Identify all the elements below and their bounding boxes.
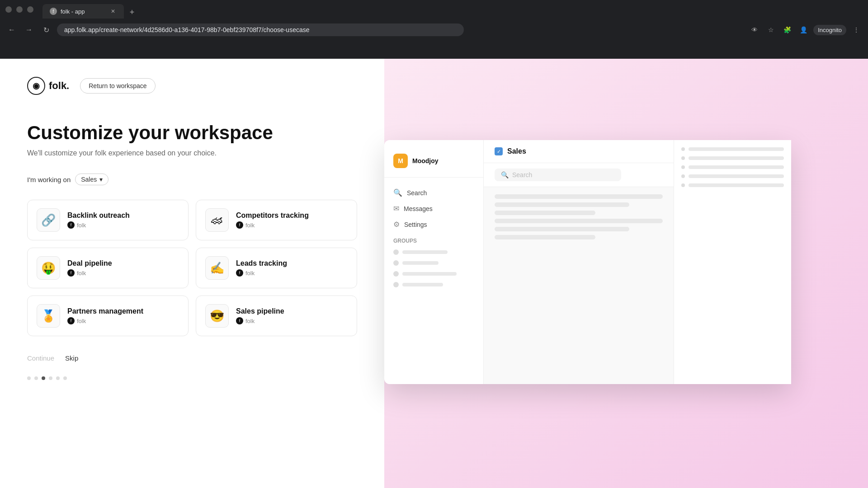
preview-nav-settings[interactable]: ⚙ Settings (384, 216, 483, 232)
preview-group-2 (384, 258, 483, 268)
back-button[interactable]: ← (5, 23, 18, 36)
dot-6[interactable] (63, 376, 67, 380)
preview-row-1 (495, 194, 663, 199)
menu-icon[interactable]: ⋮ (850, 23, 863, 36)
use-case-emoji-competitors: 🏎 (205, 208, 229, 232)
preview-group-1 (384, 247, 483, 258)
forward-button[interactable]: → (23, 23, 35, 36)
folk-dot-icon-partners: f (67, 317, 75, 324)
preview-header: ✓ Sales (484, 140, 674, 163)
browser-chrome: f folk - app ✕ + ← → ↻ app.folk.app/crea… (0, 0, 868, 59)
folk-logo: ◉ folk. (27, 77, 69, 95)
use-case-card-backlink-outreach[interactable]: 🔗 Backlink outreach f folk (27, 200, 189, 240)
preview-toolbar: 🔍 Search (484, 163, 674, 187)
preview-row-3 (495, 211, 595, 215)
continue-button[interactable]: Continue (27, 354, 54, 362)
use-case-card-partners[interactable]: 🏅 Partners management f folk (27, 296, 189, 336)
use-case-emoji-backlink: 🔗 (37, 208, 60, 232)
folk-label-partners: folk (77, 318, 86, 324)
use-case-folk-competitors: f folk (236, 221, 309, 229)
folk-dot-icon-sales: f (236, 317, 243, 324)
workspace-name: Moodjoy (412, 157, 439, 164)
preview-right-item-4 (681, 174, 784, 178)
dot-3[interactable] (42, 376, 45, 380)
tab-close-button[interactable]: ✕ (109, 8, 117, 15)
url-bar[interactable]: app.folk.app/create-network/4d2586d0-a13… (57, 23, 464, 36)
preview-right-line-3 (689, 165, 784, 169)
use-case-folk-partners: f folk (67, 317, 143, 324)
tab-title: folk - app (61, 8, 106, 15)
skip-button[interactable]: Skip (65, 354, 78, 362)
maximize-button[interactable] (16, 6, 23, 13)
close-button[interactable] (27, 6, 33, 13)
use-case-info-leads: Leads tracking f folk (236, 259, 287, 277)
progress-dots (27, 376, 357, 380)
folk-label-sales: folk (245, 318, 255, 324)
header-row: ◉ folk. Return to workspace (27, 77, 357, 95)
preview-group-4 (384, 279, 483, 290)
folk-label-comp: folk (245, 222, 255, 229)
use-case-emoji-deal: 🤑 (37, 256, 60, 280)
preview-group-dot-3 (393, 271, 399, 277)
preview-card: M Moodjoy 🔍 Search ✉ Messages ⚙ Settings… (384, 140, 791, 384)
search-icon: 🔍 (393, 188, 402, 197)
preview-right-dot-1 (681, 147, 685, 151)
preview-nav-search-label: Search (407, 189, 427, 197)
preview-right-item-5 (681, 183, 784, 187)
preview-right-dot-4 (681, 174, 685, 178)
preview-section-title: Sales (507, 147, 526, 155)
eye-off-icon[interactable]: 👁 (748, 23, 761, 36)
toolbar-right: 👁 ☆ 🧩 👤 Incognito ⋮ (748, 23, 863, 36)
preview-nav-search[interactable]: 🔍 Search (384, 185, 483, 201)
preview-search-icon: 🔍 (501, 171, 509, 178)
return-to-workspace-button[interactable]: Return to workspace (80, 78, 155, 94)
use-case-emoji-sales: 😎 (205, 304, 229, 328)
tab-favicon: f (50, 8, 57, 15)
page-subtitle: We'll customize your folk experience bas… (27, 149, 357, 157)
use-case-info-sales: Sales pipeline f folk (236, 307, 284, 324)
dot-2[interactable] (34, 376, 38, 380)
preview-right-item-1 (681, 147, 784, 151)
reload-button[interactable]: ↻ (40, 23, 52, 36)
use-case-info-deal: Deal pipeline f folk (67, 259, 112, 277)
use-case-card-sales-pipeline[interactable]: 😎 Sales pipeline f folk (196, 296, 357, 336)
tabs-bar: f folk - app ✕ + (37, 0, 144, 19)
preview-right-line-2 (689, 156, 784, 160)
use-case-card-deal-pipeline[interactable]: 🤑 Deal pipeline f folk (27, 248, 189, 288)
use-case-folk-leads: f folk (236, 269, 287, 277)
extension-icon[interactable]: 🧩 (781, 23, 793, 36)
preview-nav-messages[interactable]: ✉ Messages (384, 201, 483, 216)
use-cases-grid: 🔗 Backlink outreach f folk 🏎 Competitors… (27, 200, 357, 336)
address-bar: ← → ↻ app.folk.app/create-network/4d2586… (0, 19, 868, 41)
use-case-card-competitors[interactable]: 🏎 Competitors tracking f folk (196, 200, 357, 240)
use-case-name-backlink: Backlink outreach (67, 211, 130, 220)
sales-label: Sales (81, 176, 97, 183)
folk-label: folk (77, 222, 86, 229)
right-panel: M Moodjoy 🔍 Search ✉ Messages ⚙ Settings… (384, 59, 868, 488)
sales-dropdown[interactable]: Sales ▾ (75, 174, 108, 185)
use-case-folk-sales: f folk (236, 317, 284, 324)
preview-nav-settings-label: Settings (404, 221, 427, 228)
left-panel: ◉ folk. Return to workspace Customize yo… (0, 59, 384, 488)
active-tab[interactable]: f folk - app ✕ (42, 4, 124, 19)
use-case-name-sales: Sales pipeline (236, 307, 284, 315)
use-case-card-leads[interactable]: ✍ Leads tracking f folk (196, 248, 357, 288)
preview-right-line-5 (689, 183, 784, 187)
dot-1[interactable] (27, 376, 31, 380)
dot-4[interactable] (49, 376, 52, 380)
dot-5[interactable] (56, 376, 60, 380)
use-case-info-backlink: Backlink outreach f folk (67, 211, 130, 229)
folk-label-leads: folk (245, 270, 255, 277)
use-case-name-leads: Leads tracking (236, 259, 287, 267)
preview-row-2 (495, 202, 629, 207)
settings-icon: ⚙ (393, 220, 400, 229)
logo-text: folk. (49, 80, 69, 92)
preview-row-5 (495, 227, 629, 231)
preview-group-line-2 (402, 261, 439, 265)
preview-search-box[interactable]: 🔍 Search (495, 169, 621, 181)
profile-icon[interactable]: 👤 (797, 23, 810, 36)
preview-right-dot-5 (681, 183, 685, 187)
new-tab-button[interactable]: + (126, 6, 138, 19)
bookmark-icon[interactable]: ☆ (764, 23, 777, 36)
minimize-button[interactable] (5, 6, 12, 13)
